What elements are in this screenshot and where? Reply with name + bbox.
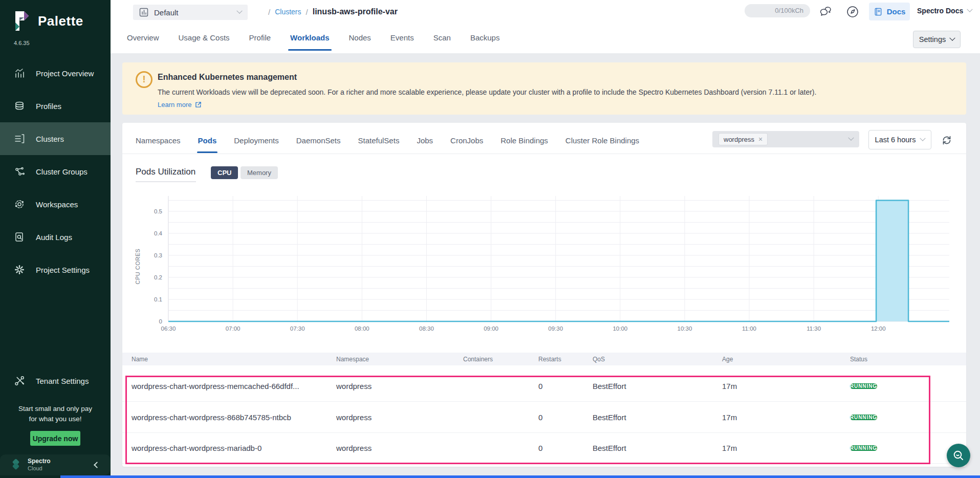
compass-icon[interactable]: [845, 5, 860, 19]
remove-tag-icon[interactable]: ×: [758, 135, 763, 143]
pod-name[interactable]: wordpress-chart-wordpress-mariadb-0: [132, 444, 336, 452]
sidebar-item-workspaces[interactable]: Workspaces: [0, 188, 111, 221]
top-header: Default / Clusters / linusb-aws-profile-…: [111, 0, 980, 53]
tab-namespaces[interactable]: Namespaces: [136, 136, 181, 145]
svg-text:11:00: 11:00: [742, 325, 756, 332]
book-icon: [874, 7, 883, 16]
tab-nodes[interactable]: Nodes: [349, 33, 371, 45]
pod-restarts: 0: [538, 413, 593, 422]
table-row[interactable]: wordpress-chart-wordpress-868b745785-ntb…: [122, 402, 966, 433]
pod-qos: BestEffort: [593, 413, 722, 422]
account-menu[interactable]: Spectro Docs: [917, 7, 972, 15]
sidebar-item-label: Audit Logs: [36, 233, 72, 242]
sidebar-footer: Spectro Cloud: [0, 454, 111, 475]
sidebar-item-tenant-settings[interactable]: Tenant Settings: [0, 364, 111, 397]
tab-role-bindings[interactable]: Role Bindings: [500, 136, 548, 145]
credits-counter[interactable]: 0/100kCh: [745, 4, 810, 17]
status-badge: RUNNING: [850, 415, 877, 420]
svg-text:06:30: 06:30: [161, 325, 176, 332]
tab-scan[interactable]: Scan: [433, 33, 451, 45]
pod-namespace: wordpress: [336, 413, 463, 422]
orbit-icon: [14, 199, 25, 210]
tab-usage-costs[interactable]: Usage & Costs: [179, 33, 230, 45]
column-containers[interactable]: Containers: [463, 356, 538, 363]
tab-profile[interactable]: Profile: [249, 33, 271, 45]
time-range-select[interactable]: Last 6 hours: [868, 130, 931, 149]
chat-icon[interactable]: [818, 5, 833, 19]
sidebar-item-label: Cluster Groups: [36, 167, 88, 176]
tab-cronjobs[interactable]: CronJobs: [450, 136, 483, 145]
docs-button[interactable]: Docs: [869, 3, 910, 20]
svg-text:0.3: 0.3: [154, 252, 162, 258]
app-logo[interactable]: Palette: [0, 0, 111, 32]
tab-statefulsets[interactable]: StatefulSets: [358, 136, 400, 145]
tab-pods[interactable]: Pods: [198, 136, 217, 145]
upgrade-now-button[interactable]: Upgrade now: [30, 431, 80, 446]
footer-brand-line1: Spectro: [28, 458, 51, 465]
learn-more-link[interactable]: Learn more: [158, 101, 202, 108]
sidebar-item-project-overview[interactable]: Project Overview: [0, 57, 111, 90]
banner-message: The current Workloads view will be depre…: [158, 88, 816, 96]
search-help-icon: [952, 449, 965, 462]
chevron-down-icon: [848, 135, 854, 141]
pod-namespace: wordpress: [336, 382, 463, 390]
column-qos[interactable]: QoS: [593, 356, 722, 363]
sidebar-nav: Project Overview Profiles Clusters Clust…: [0, 57, 111, 286]
bottom-accent-bar: [60, 475, 980, 478]
upgrade-promo: Start small and only pay for what you us…: [0, 404, 111, 425]
sidebar-item-profiles[interactable]: Profiles: [0, 90, 111, 122]
column-name[interactable]: Name: [132, 356, 336, 363]
svg-text:0.5: 0.5: [154, 208, 162, 214]
pod-name[interactable]: wordpress-chart-wordpress-868b745785-ntb…: [132, 413, 336, 422]
pod-restarts: 0: [538, 444, 593, 452]
pod-name[interactable]: wordpress-chart-wordpress-memcached-66df…: [132, 382, 336, 390]
pod-restarts: 0: [538, 382, 593, 390]
help-beacon-button[interactable]: [947, 444, 970, 467]
sidebar-item-label: Project Overview: [36, 69, 94, 78]
settings-button[interactable]: Settings: [913, 31, 961, 48]
memory-toggle-button[interactable]: Memory: [241, 166, 278, 179]
spectro-cloud-logo-icon: [9, 459, 23, 472]
sidebar-item-project-settings[interactable]: Project Settings: [0, 253, 111, 286]
column-namespace[interactable]: Namespace: [336, 356, 463, 363]
cpu-toggle-button[interactable]: CPU: [211, 166, 238, 179]
column-age[interactable]: Age: [722, 356, 850, 363]
tab-deployments[interactable]: Deployments: [234, 136, 279, 145]
tab-cluster-role-bindings[interactable]: Cluster Role Bindings: [565, 136, 639, 145]
table-row[interactable]: wordpress-chart-wordpress-memcached-66df…: [122, 371, 966, 402]
table-header: Name Namespace Containers Restarts QoS A…: [122, 353, 966, 365]
status-badge: RUNNING: [850, 383, 877, 389]
footer-brand-line2: Cloud: [28, 465, 51, 472]
tab-backups[interactable]: Backups: [470, 33, 500, 45]
tab-workloads[interactable]: Workloads: [290, 33, 329, 45]
refresh-button[interactable]: [941, 135, 952, 146]
banner-title: Enhanced Kubernetes management: [158, 73, 297, 82]
external-link-icon: [195, 101, 202, 108]
pod-age: 17m: [722, 382, 850, 390]
svg-text:10:00: 10:00: [613, 325, 627, 332]
tab-jobs[interactable]: Jobs: [417, 136, 433, 145]
chevron-down-icon: [920, 136, 926, 141]
sidebar-item-cluster-groups[interactable]: Cluster Groups: [0, 155, 111, 188]
sidebar-item-label: Tenant Settings: [36, 377, 89, 385]
breadcrumb-separator: /: [268, 8, 270, 16]
breadcrumb-current-cluster: linusb-aws-profile-var: [313, 7, 398, 16]
tab-overview[interactable]: Overview: [127, 33, 159, 45]
column-status[interactable]: Status: [850, 356, 966, 363]
column-restarts[interactable]: Restarts: [538, 356, 593, 363]
pod-qos: BestEffort: [593, 444, 722, 452]
namespace-filter-select[interactable]: wordpress ×: [712, 131, 859, 147]
project-scope-select[interactable]: Default: [133, 5, 248, 20]
account-menu-label: Spectro Docs: [917, 7, 963, 15]
table-row[interactable]: wordpress-chart-wordpress-mariadb-0 word…: [122, 433, 966, 464]
collapse-sidebar-icon[interactable]: [94, 462, 100, 468]
tab-daemonsets[interactable]: DaemonSets: [296, 136, 341, 145]
network-icon: [14, 166, 25, 177]
breadcrumb-link-clusters[interactable]: Clusters: [275, 8, 301, 16]
pod-age: 17m: [722, 413, 850, 422]
sidebar-item-clusters[interactable]: Clusters: [0, 122, 111, 155]
svg-text:0: 0: [159, 318, 162, 324]
pod-namespace: wordpress: [336, 444, 463, 452]
tab-events[interactable]: Events: [390, 33, 414, 45]
sidebar-item-audit-logs[interactable]: Audit Logs: [0, 221, 111, 253]
